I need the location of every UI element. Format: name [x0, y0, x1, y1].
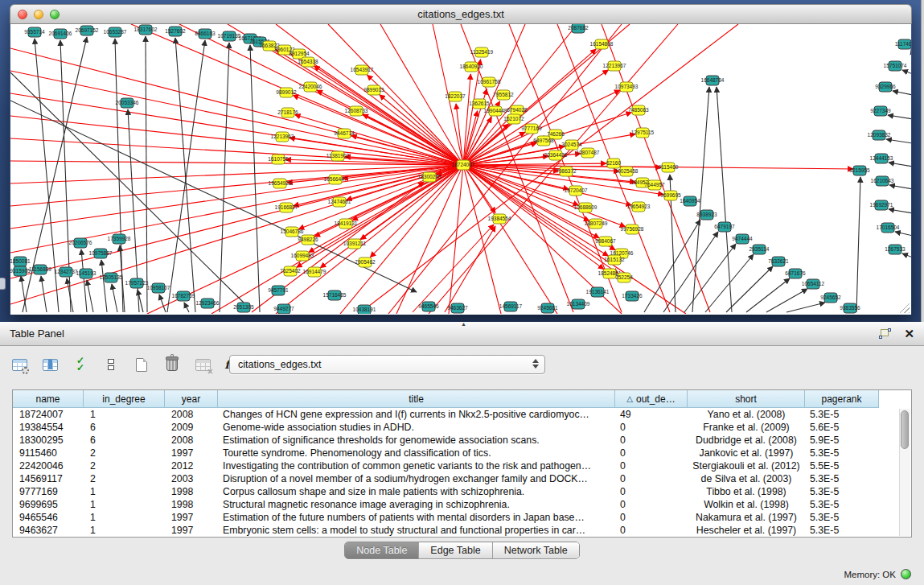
- table-cell: 2: [84, 447, 165, 459]
- graph-edge[interactable]: [159, 295, 166, 312]
- graph-edge[interactable]: [10, 71, 463, 165]
- table-row[interactable]: 977716911998Corpus callosum shape and si…: [13, 485, 899, 498]
- graph-edge[interactable]: [314, 66, 463, 165]
- table-cell: 0: [615, 447, 688, 459]
- zoom-window-button[interactable]: [50, 10, 60, 19]
- table-row[interactable]: 946554611997Estimation of the future num…: [13, 511, 899, 524]
- graph-node-label: 9899013: [363, 87, 384, 93]
- graph-edge[interactable]: [746, 278, 790, 312]
- minimize-window-button[interactable]: [34, 10, 43, 19]
- import-table-icon[interactable]: ✕: [193, 355, 212, 374]
- table-row[interactable]: 1830029562008Estimation of significance …: [13, 434, 899, 447]
- graph-edge[interactable]: [360, 165, 463, 240]
- column-header-name[interactable]: name: [13, 390, 84, 408]
- graph-edge[interactable]: [717, 87, 732, 312]
- graph-edge[interactable]: [888, 115, 911, 119]
- table-row[interactable]: 911546021997Tourette syndrome. Phenomeno…: [13, 447, 899, 459]
- tab-edge-table[interactable]: Edge Table: [419, 542, 492, 558]
- float-panel-icon[interactable]: [879, 328, 891, 339]
- graph-node-label: 9245652: [820, 295, 841, 300]
- graph-edge[interactable]: [167, 40, 205, 312]
- select-rows-icon[interactable]: ✓✓: [71, 355, 90, 374]
- graph-edge[interactable]: [250, 45, 260, 312]
- graph-edge[interactable]: [293, 95, 463, 165]
- graph-edge[interactable]: [10, 165, 463, 278]
- graph-edge[interactable]: [895, 232, 911, 236]
- graph-node-label: 18724007: [452, 162, 475, 167]
- column-header-label: out_de…: [636, 393, 676, 405]
- graph-node-label: 12975115: [631, 130, 655, 135]
- table-panel-header: ▴ Table Panel ✕: [0, 322, 924, 346]
- table-cell: Nakamura et al. (1997): [688, 512, 805, 523]
- graph-edge[interactable]: [889, 163, 911, 167]
- graph-edge[interactable]: [456, 104, 463, 165]
- graph-edge[interactable]: [705, 254, 754, 312]
- graph-edge[interactable]: [184, 303, 189, 312]
- graph-edge[interactable]: [663, 232, 718, 312]
- graph-edge[interactable]: [146, 36, 147, 312]
- graph-edge[interactable]: [889, 209, 911, 213]
- graph-edge[interactable]: [726, 266, 773, 312]
- network-window-titlebar[interactable]: citations_edges.txt: [10, 4, 912, 24]
- graph-edge[interactable]: [131, 24, 463, 165]
- graph-edge[interactable]: [902, 253, 911, 257]
- column-header-title[interactable]: title: [218, 390, 615, 408]
- graph-edge[interactable]: [463, 165, 557, 314]
- column-header-in_degree[interactable]: in_degree: [84, 390, 165, 408]
- table-cell: Estimation of the future numbers of pati…: [218, 512, 615, 523]
- graph-node-label: 2718176: [277, 109, 298, 115]
- show-column-icon[interactable]: [40, 355, 60, 374]
- graph-node-label: 16134409: [567, 301, 590, 307]
- table-selector-dropdown[interactable]: citations_edges.txt: [229, 355, 545, 374]
- graph-edge[interactable]: [893, 91, 911, 95]
- delete-table-icon[interactable]: [162, 355, 182, 374]
- table-row[interactable]: 1456911722003Disruption of a novel membe…: [13, 472, 899, 485]
- close-panel-icon[interactable]: ✕: [904, 328, 914, 340]
- splitter-grip-icon[interactable]: ▴: [462, 320, 466, 328]
- network-canvas[interactable]: 9355714206914062069715210653287183176021…: [10, 24, 911, 315]
- graph-edge[interactable]: [886, 139, 911, 143]
- tab-network-table[interactable]: Network Table: [493, 542, 579, 558]
- table-row[interactable]: 946362711997Embryonic stem cells: a mode…: [13, 524, 899, 537]
- table-cell: 1: [84, 499, 165, 510]
- column-header-pagerank[interactable]: pagerank: [805, 390, 879, 408]
- tab-node-table[interactable]: Node Table: [345, 542, 419, 558]
- column-header-out_de[interactable]: △out_de…: [615, 390, 688, 408]
- graph-edge[interactable]: [463, 24, 577, 165]
- graph-node-label: 9383556: [840, 305, 860, 311]
- left-panel-collapse-handle[interactable]: [0, 278, 6, 290]
- table-cell: Franke et al. (2009): [688, 422, 805, 433]
- graph-edge[interactable]: [463, 163, 606, 165]
- graph-node-label: 1621072: [503, 116, 524, 122]
- graph-node-label: 1610755: [268, 156, 289, 162]
- graph-node-label: 19692971: [870, 202, 893, 208]
- column-header-short[interactable]: short: [688, 390, 805, 408]
- table-row[interactable]: 1872400712008Changes of HCN gene express…: [13, 408, 899, 421]
- graph-edge[interactable]: [786, 303, 825, 312]
- graph-node-label: 7986372: [556, 168, 577, 174]
- table-cell: 0: [615, 422, 688, 433]
- column-header-year[interactable]: year: [165, 390, 218, 408]
- graph-edge[interactable]: [112, 284, 117, 312]
- table-cell: 1997: [165, 447, 218, 459]
- vertical-scrollbar[interactable]: [899, 409, 910, 536]
- table-row[interactable]: 1938455462009Genome-wide association stu…: [13, 421, 899, 434]
- graph-node-label: 12093832: [868, 132, 891, 138]
- table-row[interactable]: 969969511998Structural magnetic resonanc…: [13, 498, 899, 511]
- graph-edge[interactable]: [87, 280, 93, 312]
- graph-node-label: 12608733: [345, 108, 368, 113]
- new-table-icon[interactable]: [132, 355, 151, 374]
- table-row[interactable]: 2242004622012Investigating the contribut…: [13, 459, 899, 472]
- graph-edge[interactable]: [101, 260, 107, 312]
- graph-edge[interactable]: [10, 138, 463, 165]
- row-height-icon[interactable]: [101, 355, 121, 374]
- graph-edge[interactable]: [856, 177, 860, 312]
- graph-edge[interactable]: [175, 38, 195, 312]
- close-window-button[interactable]: [18, 10, 27, 19]
- graph-edge[interactable]: [220, 43, 229, 312]
- citation-network-graph[interactable]: 9355714206914062069715210653287183176021…: [10, 24, 911, 314]
- graph-edge[interactable]: [902, 70, 911, 74]
- scrollbar-thumb[interactable]: [901, 410, 909, 449]
- table-settings-icon[interactable]: [10, 355, 29, 374]
- graph-edge[interactable]: [889, 185, 911, 189]
